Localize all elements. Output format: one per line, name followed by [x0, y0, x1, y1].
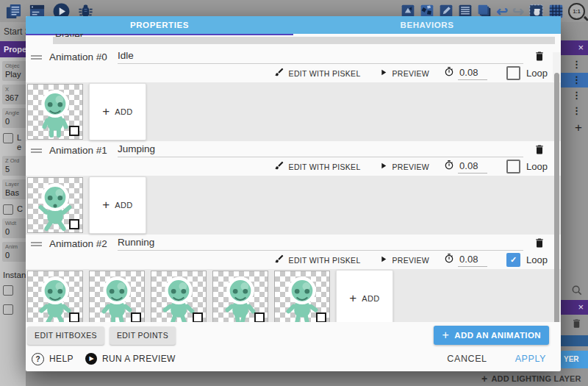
align-icon[interactable]	[3, 285, 13, 296]
preview-button[interactable]: PREVIEW	[392, 162, 430, 171]
plus-icon: +	[481, 373, 487, 385]
run-preview-icon[interactable]: ▶	[85, 353, 97, 365]
frame-select-checkbox[interactable]	[131, 312, 141, 322]
delete-animation-button[interactable]	[534, 143, 545, 157]
sprite-frame-thumbnail[interactable]	[27, 271, 83, 322]
property-value: 5	[5, 165, 26, 174]
help-icon[interactable]: ?	[32, 353, 44, 365]
object-name-field-background	[53, 37, 555, 44]
object-list-row[interactable]: ⋮	[561, 73, 588, 87]
brush-icon[interactable]	[274, 67, 284, 80]
kebab-menu-icon[interactable]: ⋮	[572, 105, 581, 117]
property-label: Angle	[5, 110, 26, 116]
property-field[interactable]: ObjecPlay	[2, 61, 26, 81]
frame-duration-input[interactable]: 0.08	[458, 67, 487, 80]
object-list-row[interactable]: ⋮	[561, 88, 588, 103]
sprite-frame-thumbnail[interactable]	[89, 271, 145, 322]
zoom-1-1-icon[interactable]: 1:1	[568, 3, 585, 20]
brush-icon[interactable]	[274, 160, 284, 174]
animation-name-input[interactable]: Idle	[118, 50, 523, 64]
run-preview-label[interactable]: RUN A PREVIEW	[102, 354, 176, 364]
frame-select-checkbox[interactable]	[316, 312, 326, 322]
add-frame-label: ADD	[362, 294, 379, 303]
preview-button[interactable]: PREVIEW	[392, 256, 430, 265]
loop-checkbox[interactable]	[506, 66, 520, 80]
checkbox[interactable]	[3, 204, 13, 215]
frame-duration-input[interactable]: 0.08	[458, 254, 487, 267]
edit-with-piskel-button[interactable]: EDIT WITH PISKEL	[289, 69, 361, 78]
plus-icon: +	[442, 329, 449, 342]
apply-button[interactable]: APPLY	[511, 353, 551, 365]
add-frame-button[interactable]: +ADD	[89, 83, 146, 140]
frame-duration-input[interactable]: 0.08	[458, 160, 487, 174]
add-lighting-layer-button[interactable]: + ADD LIGHTING LAYER	[481, 373, 588, 385]
drag-handle-icon[interactable]	[31, 54, 42, 61]
animation-name-input[interactable]: Jumping	[118, 143, 523, 157]
delete-animation-button[interactable]	[534, 237, 545, 250]
property-field[interactable]: Z Ord5	[2, 156, 26, 176]
loop-checkbox[interactable]	[506, 160, 520, 174]
edit-hitboxes-button[interactable]: EDIT HITBOXES	[27, 326, 104, 345]
cancel-button[interactable]: CANCEL	[442, 353, 491, 365]
drag-handle-icon[interactable]	[31, 240, 42, 248]
search-icon[interactable]	[571, 285, 583, 299]
scene-tab[interactable]: Start S	[0, 22, 29, 41]
kebab-menu-icon[interactable]: ⋮	[572, 59, 581, 71]
sprite-frame-thumbnail[interactable]	[212, 271, 268, 322]
frame-select-checkbox[interactable]	[193, 312, 203, 322]
property-value: 0	[5, 227, 26, 236]
properties-panel-header: Prope	[0, 41, 29, 57]
add-frame-button[interactable]: +ADD	[89, 176, 146, 234]
frame-select-checkbox[interactable]	[69, 126, 79, 136]
close-icon[interactable]: ×	[578, 42, 584, 54]
sprite-frame-thumbnail[interactable]	[27, 177, 83, 233]
kebab-menu-icon[interactable]: ⋮	[572, 90, 581, 101]
animation-name-input[interactable]: Running	[118, 237, 523, 251]
property-field[interactable]: Angle0	[2, 108, 26, 128]
object-list-row[interactable]: ⋮	[561, 104, 588, 118]
sprite-frame-thumbnail[interactable]	[151, 271, 207, 322]
checkbox[interactable]	[3, 133, 13, 143]
dialog-scrollbar-thumb[interactable]	[554, 73, 559, 322]
frame-select-checkbox[interactable]	[69, 219, 79, 229]
add-object-icon[interactable]: +	[575, 122, 582, 134]
property-field[interactable]: X367	[2, 85, 26, 104]
brush-icon[interactable]	[274, 254, 284, 267]
trash-icon[interactable]	[571, 318, 582, 332]
scene-papers-icon[interactable]	[5, 3, 22, 20]
drag-handle-icon[interactable]	[31, 147, 42, 154]
add-animation-button[interactable]: + ADD AN ANIMATION	[434, 326, 549, 345]
frame-select-checkbox[interactable]	[254, 312, 265, 322]
loop-checkbox[interactable]: ✓	[506, 253, 520, 267]
edit-with-piskel-button[interactable]: EDIT WITH PISKEL	[289, 162, 361, 171]
edit-points-button[interactable]: EDIT POINTS	[110, 326, 176, 345]
tab-properties[interactable]: PROPERTIES	[26, 16, 293, 34]
add-frame-button[interactable]: +ADD	[336, 270, 393, 322]
close-icon[interactable]: ×	[578, 301, 584, 313]
play-icon[interactable]	[379, 254, 388, 267]
animation-section: Animation #0IdleEDIT WITH PISKELPREVIEW0…	[26, 48, 561, 141]
help-label[interactable]: HELP	[49, 354, 74, 364]
sprite-frame-thumbnail[interactable]	[27, 84, 83, 140]
object-list-row[interactable]: ⋮	[561, 57, 588, 72]
preview-button[interactable]: PREVIEW	[392, 69, 430, 78]
add-animation-label: ADD AN ANIMATION	[454, 331, 541, 340]
align-icon[interactable]	[3, 304, 13, 315]
play-icon[interactable]	[379, 160, 388, 174]
timer-icon	[444, 66, 454, 80]
play-icon[interactable]	[379, 67, 388, 80]
tab-behaviors[interactable]: BEHAVIORS	[293, 16, 561, 34]
timer-icon	[444, 253, 454, 267]
dialog-footer: ? HELP ▶ RUN A PREVIEW CANCEL APPLY	[26, 346, 561, 371]
kebab-menu-icon[interactable]: ⋮	[572, 74, 581, 86]
sprite-frame-thumbnail[interactable]	[274, 271, 330, 322]
delete-animation-button[interactable]	[534, 50, 545, 63]
property-field[interactable]: Widt0	[2, 218, 26, 238]
edit-with-piskel-button[interactable]: EDIT WITH PISKEL	[289, 256, 361, 265]
frame-select-checkbox[interactable]	[69, 312, 79, 322]
property-field[interactable]: LayerBas	[2, 179, 26, 199]
add-layer-button[interactable]: YER	[561, 351, 588, 368]
layer-row[interactable]	[561, 335, 588, 346]
animation-index-label: Animation #2	[49, 238, 118, 249]
property-field[interactable]: Anim0	[2, 242, 26, 262]
